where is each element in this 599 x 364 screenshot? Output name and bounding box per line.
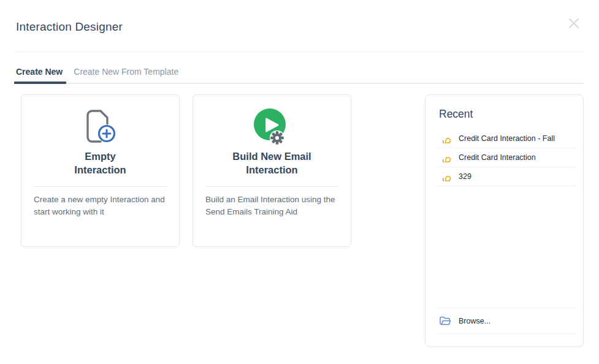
recent-panel: Recent Credit Card Interaction - Fall [425, 94, 584, 347]
tab-create-new[interactable]: Create New [16, 67, 63, 77]
card-title-line1: Empty [21, 150, 179, 163]
document-add-icon [85, 108, 116, 145]
recent-list: Credit Card Interaction - Fall Credit Ca… [437, 129, 576, 186]
card-divider [205, 186, 338, 187]
card-title-line2: Interaction [21, 163, 179, 176]
play-gear-icon [253, 108, 291, 146]
recent-item-label: 329 [459, 172, 471, 181]
tab-create-new-from-template[interactable]: Create New From Template [74, 67, 178, 77]
tab-baseline [14, 83, 584, 84]
header-divider [16, 51, 584, 52]
interaction-icon [441, 153, 451, 162]
interaction-designer-dialog: Interaction Designer Create New Create N… [0, 0, 599, 364]
recent-item-329[interactable]: 329 [437, 167, 576, 186]
build-new-email-interaction-card[interactable]: Build New Email Interaction Build an Ema… [193, 94, 351, 247]
card-title-line2: Interaction [193, 163, 351, 176]
close-icon [567, 17, 581, 30]
recent-item-label: Credit Card Interaction - Fall [459, 134, 555, 143]
interaction-icon [441, 172, 451, 181]
browse-label: Browse... [459, 317, 490, 325]
empty-interaction-card[interactable]: Empty Interaction Create a new empty Int… [21, 94, 180, 247]
recent-item-credit-card-interaction-fall[interactable]: Credit Card Interaction - Fall [437, 129, 576, 148]
card-title: Empty Interaction [21, 150, 179, 176]
card-title-line1: Build New Email [193, 150, 351, 163]
card-divider [34, 186, 167, 187]
interaction-icon [441, 134, 451, 143]
close-button[interactable] [564, 13, 584, 33]
browse-button[interactable]: Browse... [437, 308, 576, 334]
recent-heading: Recent [439, 108, 473, 121]
recent-item-credit-card-interaction[interactable]: Credit Card Interaction [437, 148, 576, 167]
dialog-title: Interaction Designer [16, 20, 123, 34]
card-title: Build New Email Interaction [193, 150, 351, 176]
card-description: Create a new empty Interaction and start… [34, 194, 170, 218]
card-description: Build an Email Interaction using the Sen… [205, 194, 342, 218]
tab-bar: Create New Create New From Template [16, 67, 178, 77]
active-tab-underline [14, 82, 66, 84]
recent-item-label: Credit Card Interaction [459, 153, 536, 162]
open-folder-icon [440, 316, 451, 326]
